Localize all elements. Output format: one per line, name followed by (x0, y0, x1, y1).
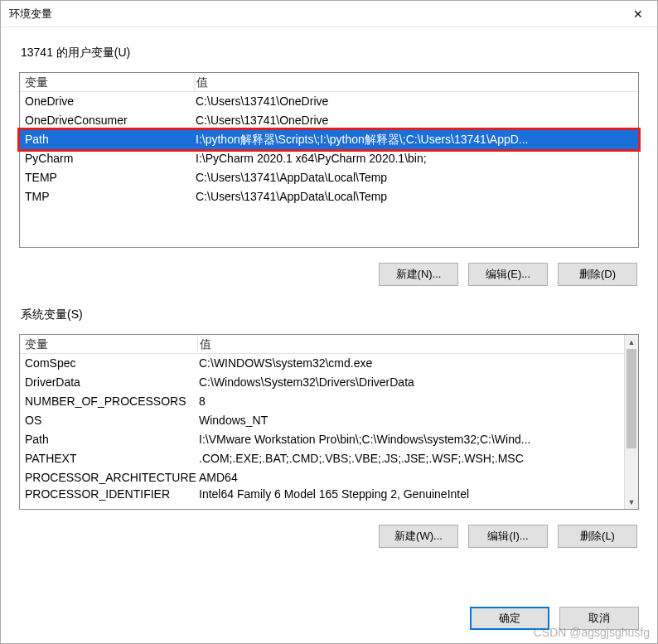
system-edit-button[interactable]: 编辑(I)... (468, 525, 548, 548)
system-delete-button[interactable]: 删除(L) (558, 525, 637, 548)
cell-value: C:\Windows\System32\Drivers\DriverData (197, 373, 624, 392)
close-icon: ✕ (633, 7, 643, 21)
cell-value: Windows_NT (197, 411, 624, 430)
cancel-button[interactable]: 取消 (559, 607, 639, 630)
cell-variable: NUMBER_OF_PROCESSORS (20, 392, 197, 411)
user-edit-button[interactable]: 编辑(E)... (468, 263, 548, 286)
scroll-thumb[interactable] (627, 349, 636, 448)
column-header-variable[interactable]: 变量 (20, 73, 194, 92)
system-list-body: ComSpecC:\WINDOWS\system32\cmd.exeDriver… (20, 354, 624, 501)
scroll-up-icon[interactable]: ▲ (625, 335, 638, 349)
cell-variable: PROCESSOR_IDENTIFIER (20, 487, 197, 501)
system-button-row: 新建(W)... 编辑(I)... 删除(L) (19, 525, 637, 548)
table-row[interactable]: TEMPC:\Users\13741\AppData\Local\Temp (20, 168, 638, 187)
user-delete-button[interactable]: 删除(D) (558, 263, 637, 286)
user-new-button[interactable]: 新建(N)... (379, 263, 458, 286)
system-vars-list[interactable]: 变量 值 ComSpecC:\WINDOWS\system32\cmd.exeD… (19, 334, 639, 510)
cell-variable: TMP (20, 187, 194, 206)
cell-value: 8 (197, 392, 624, 411)
user-vars-label: 13741 的用户变量(U) (21, 46, 639, 61)
cell-variable: Path (20, 430, 197, 449)
scrollbar[interactable]: ▲ ▼ (624, 335, 638, 509)
table-row[interactable]: TMPC:\Users\13741\AppData\Local\Temp (20, 187, 638, 206)
cell-value: AMD64 (197, 468, 624, 487)
system-new-button[interactable]: 新建(W)... (379, 525, 458, 548)
table-row[interactable]: PathI:\python解释器\Scripts\;I:\python解释器\;… (20, 130, 638, 149)
cell-variable: OneDriveConsumer (20, 111, 194, 130)
table-row[interactable]: NUMBER_OF_PROCESSORS8 (20, 392, 624, 411)
cell-value: C:\WINDOWS\system32\cmd.exe (197, 354, 624, 373)
table-row[interactable]: PATHEXT.COM;.EXE;.BAT;.CMD;.VBS;.VBE;.JS… (20, 449, 624, 468)
cell-value: C:\Users\13741\AppData\Local\Temp (194, 168, 638, 187)
cell-variable: TEMP (20, 168, 194, 187)
window-title: 环境变量 (9, 7, 52, 22)
table-row[interactable]: OSWindows_NT (20, 411, 624, 430)
cell-value: I:\PyCharm 2020.1 x64\PyCharm 2020.1\bin… (194, 149, 638, 168)
system-vars-label: 系统变量(S) (21, 307, 639, 322)
cell-value: C:\Users\13741\OneDrive (194, 111, 638, 130)
table-row[interactable]: PROCESSOR_IDENTIFIERIntel64 Family 6 Mod… (20, 487, 624, 501)
table-row[interactable]: PROCESSOR_ARCHITECTUREAMD64 (20, 468, 624, 487)
cell-value: Intel64 Family 6 Model 165 Stepping 2, G… (197, 487, 624, 501)
environment-variables-dialog: 环境变量 ✕ 13741 的用户变量(U) 变量 值 OneDriveC:\Us… (0, 0, 658, 644)
cell-variable: OneDrive (20, 92, 194, 111)
titlebar: 环境变量 ✕ (1, 1, 657, 27)
table-row[interactable]: PyCharmI:\PyCharm 2020.1 x64\PyCharm 202… (20, 149, 638, 168)
user-list-header: 变量 值 (20, 73, 638, 92)
system-list-header: 变量 值 (20, 335, 624, 354)
cell-variable: DriverData (20, 373, 197, 392)
cell-variable: PATHEXT (20, 449, 197, 468)
cell-value: I:\VMware Workstation Pro\bin\;C:\Window… (197, 430, 624, 449)
table-row[interactable]: OneDriveConsumerC:\Users\13741\OneDrive (20, 111, 638, 130)
table-row[interactable]: OneDriveC:\Users\13741\OneDrive (20, 92, 638, 111)
column-header-value[interactable]: 值 (194, 73, 638, 91)
user-vars-list[interactable]: 变量 值 OneDriveC:\Users\13741\OneDriveOneD… (19, 72, 639, 248)
table-row[interactable]: ComSpecC:\WINDOWS\system32\cmd.exe (20, 354, 624, 373)
cell-value: I:\python解释器\Scripts\;I:\python解释器\;C:\U… (194, 130, 638, 149)
column-header-value[interactable]: 值 (197, 335, 624, 353)
dialog-footer: 确定 取消 (1, 598, 657, 643)
cell-variable: ComSpec (20, 354, 197, 373)
dialog-content: 13741 的用户变量(U) 变量 值 OneDriveC:\Users\137… (1, 27, 657, 598)
cell-variable: OS (20, 411, 197, 430)
user-button-row: 新建(N)... 编辑(E)... 删除(D) (19, 263, 637, 286)
cell-variable: PyCharm (20, 149, 194, 168)
ok-button[interactable]: 确定 (470, 607, 549, 630)
cell-variable: Path (20, 130, 194, 149)
table-row[interactable]: PathI:\VMware Workstation Pro\bin\;C:\Wi… (20, 430, 624, 449)
table-row[interactable]: DriverDataC:\Windows\System32\Drivers\Dr… (20, 373, 624, 392)
cell-value: .COM;.EXE;.BAT;.CMD;.VBS;.VBE;.JS;.JSE;.… (197, 449, 624, 468)
cell-value: C:\Users\13741\AppData\Local\Temp (194, 187, 638, 206)
close-button[interactable]: ✕ (619, 1, 657, 27)
cell-variable: PROCESSOR_ARCHITECTURE (20, 468, 197, 487)
cell-value: C:\Users\13741\OneDrive (194, 92, 638, 111)
user-list-body: OneDriveC:\Users\13741\OneDriveOneDriveC… (20, 92, 638, 206)
column-header-variable[interactable]: 变量 (20, 335, 197, 354)
scroll-down-icon[interactable]: ▼ (625, 495, 638, 509)
